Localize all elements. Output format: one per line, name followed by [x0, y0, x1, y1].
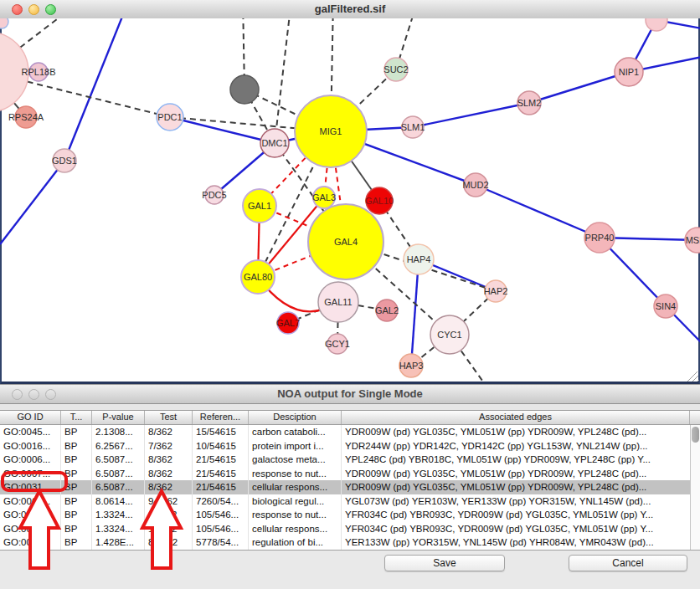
window-gap — [0, 404, 700, 410]
node-label: PDC1 — [157, 112, 182, 122]
column-header-associated-edges[interactable]: Associated edges — [342, 411, 690, 424]
table-cell: YDR009W (pd) YGL035C, YML051W (pp) YDR00… — [342, 480, 690, 494]
network-edge — [411, 259, 419, 366]
table-cell: YFR034C (pd) YBR093C, YDR009W (pd) YGL03… — [342, 508, 690, 522]
table-row[interactable]: GO:0031...BP1.3324...11/362105/546...res… — [0, 508, 700, 522]
node-label: GDS1 — [52, 156, 77, 166]
network-node[interactable] — [230, 75, 259, 104]
node-label: GAL80 — [244, 272, 272, 282]
window-title: galFiltered.sif — [0, 0, 700, 18]
table-cell: 6.5087... — [92, 453, 145, 467]
save-button[interactable]: Save — [384, 555, 505, 571]
table-cell: YFR034C (pd) YBR093C, YDR009W (pd) YGL03… — [342, 522, 690, 536]
table-cell: 6.2567... — [92, 439, 145, 453]
network-node[interactable] — [646, 18, 667, 31]
table-cell: GO:0031... — [0, 522, 61, 536]
node-label: SLM1 — [401, 122, 425, 132]
node-label: MUD2 — [462, 180, 488, 190]
table-cell: biological regul... — [249, 494, 342, 509]
node-label: RPL18B — [22, 67, 56, 77]
node-label: GAL1 — [248, 201, 271, 211]
table-cell: 10/54615 — [193, 439, 249, 453]
table-cell: 11/362 — [145, 522, 193, 536]
table-cell: BP — [61, 439, 92, 453]
button-bar: Save Cancel — [0, 550, 700, 589]
table-cell: 105/546... — [193, 508, 249, 522]
network-graph: RPL18BRPS24AGDS1PDC1DMC1SUC2NIP1SLM2SLM1… — [0, 18, 700, 382]
table-cell: carbon cataboli... — [249, 425, 342, 439]
minimize-button[interactable] — [28, 4, 39, 15]
node-label: GAL11 — [324, 297, 352, 307]
table-cell: 8/362 — [145, 425, 193, 439]
network-edge — [0, 161, 64, 244]
table-cell: GO:0065... — [0, 494, 61, 509]
window-controls — [12, 4, 56, 15]
network-edge — [275, 18, 291, 143]
table-cell: BP — [61, 508, 92, 522]
table-cell: GO:0016... — [0, 439, 61, 453]
table-cell: 15/54615 — [193, 425, 249, 439]
table-cell: GO:0006... — [0, 453, 61, 467]
table-cell: 11/362 — [145, 508, 193, 522]
node-label: RPS24A — [8, 112, 44, 122]
cancel-button[interactable]: Cancel — [569, 555, 687, 571]
column-header-go-id[interactable]: GO ID — [0, 411, 61, 424]
table-cell: BP — [61, 494, 92, 509]
node-label: GAL2 — [375, 305, 399, 315]
table-cell: 1.3324... — [92, 522, 145, 536]
node-label: DMC1 — [261, 138, 287, 148]
column-header-p-value[interactable]: P-value — [92, 411, 145, 424]
network-canvas[interactable]: RPL18BRPS24AGDS1PDC1DMC1SUC2NIP1SLM2SLM1… — [0, 18, 700, 385]
table-row[interactable]: GO:0007...BP6.5087...8/36221/54615respon… — [0, 467, 700, 481]
table-cell: GO:0031... — [0, 508, 61, 522]
column-header-t-[interactable]: T... — [61, 411, 92, 424]
table-row[interactable]: GO:0016...BP6.2567...7/36210/54615protei… — [0, 439, 700, 453]
node-label: HAP3 — [399, 361, 424, 371]
scrollbar-thumb[interactable] — [692, 427, 699, 443]
table-cell: BP — [61, 425, 92, 439]
column-header-referen-[interactable]: Referen... — [193, 411, 249, 424]
zoom-button[interactable] — [45, 4, 56, 15]
network-edge — [476, 185, 600, 238]
table-row[interactable]: GO:0006...BP6.5087...8/36221/54615galact… — [0, 453, 700, 467]
table-cell: 6.5087... — [92, 467, 145, 481]
table-cell: YER133W (pp) YOR315W, YNL145W (pd) YHR08… — [342, 535, 690, 550]
vertical-scrollbar[interactable] — [690, 425, 700, 550]
table-row[interactable]: GO:0031...BP6.5087...8/36221/54615cellul… — [0, 480, 700, 494]
table-cell: BP — [61, 453, 92, 467]
node-label: PDC5 — [202, 190, 226, 200]
table-cell: 5778/54... — [193, 535, 249, 550]
close-button[interactable] — [12, 4, 23, 15]
header-corner — [690, 411, 700, 424]
network-node[interactable] — [0, 18, 8, 28]
table-cell: 21/54615 — [193, 453, 249, 467]
zoom-button[interactable] — [45, 389, 56, 400]
network-edge — [64, 18, 122, 161]
resize-grip[interactable] — [687, 371, 699, 382]
table-row[interactable]: GO:0031...BP1.3324...11/362105/546...cel… — [0, 522, 700, 536]
column-header-desciption[interactable]: Desciption — [249, 411, 342, 424]
table-cell: 1.428E... — [92, 535, 145, 550]
noa-window-titlebar: NOA output for Single Mode — [0, 385, 700, 404]
close-button[interactable] — [12, 389, 23, 400]
window-title: NOA output for Single Mode — [0, 385, 700, 403]
table-cell: 6.5087... — [92, 480, 145, 494]
column-header-test[interactable]: Test — [145, 411, 193, 424]
minimize-button[interactable] — [28, 389, 39, 400]
node-label: SLM2 — [517, 98, 542, 108]
table-cell: cellular respons... — [249, 522, 342, 536]
table-header: GO IDT...P-valueTestReferen...Desciption… — [0, 410, 700, 425]
node-label: PRP40 — [585, 233, 615, 243]
table-row[interactable]: GO:0065...BP8.0614...94/3627260/54...bio… — [0, 494, 700, 509]
network-edge — [529, 72, 629, 103]
window-controls — [12, 389, 56, 400]
node-label: SIN4 — [656, 301, 676, 311]
node-label: MSL1 — [686, 235, 700, 245]
node-label: MIG1 — [320, 126, 342, 136]
table-row[interactable]: GO:0045...BP2.1308...8/36215/54615carbon… — [0, 425, 700, 439]
table-cell: 105/546... — [193, 522, 249, 536]
node-label: NIP1 — [619, 67, 639, 77]
table-row[interactable]: GO:0050...BP1.428E...80/3625778/54...reg… — [0, 535, 700, 550]
table-cell: 7260/54... — [193, 494, 249, 509]
node-label: GCY1 — [325, 339, 350, 349]
